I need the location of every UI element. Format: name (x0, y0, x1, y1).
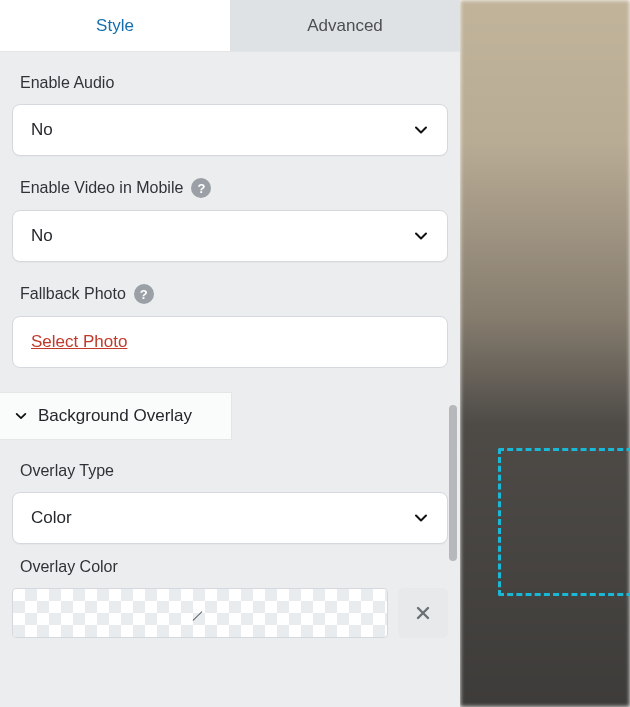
eyedropper-icon (189, 602, 211, 624)
close-icon (414, 604, 432, 622)
help-icon[interactable]: ? (191, 178, 211, 198)
selection-outline (498, 448, 630, 596)
tab-style[interactable]: Style (0, 0, 230, 51)
overlay-color-swatch[interactable] (12, 588, 388, 638)
overlay-type-value: Color (31, 508, 72, 528)
overlay-type-label: Overlay Type (20, 462, 114, 480)
chevron-down-icon (413, 122, 429, 138)
fallback-photo-field: Select Photo (12, 316, 448, 368)
scrollbar-thumb[interactable] (449, 405, 457, 561)
fallback-photo-label: Fallback Photo (20, 285, 126, 303)
chevron-down-icon (413, 228, 429, 244)
panel-tabs: Style Advanced (0, 0, 460, 52)
canvas-preview (460, 0, 630, 707)
clear-color-button[interactable] (398, 588, 448, 638)
settings-panel: Style Advanced Enable Audio No Enable Vi… (0, 0, 460, 707)
select-photo-link[interactable]: Select Photo (31, 332, 127, 352)
section-background-overlay[interactable]: Background Overlay (0, 392, 232, 440)
section-title: Background Overlay (38, 406, 192, 426)
enable-audio-select[interactable]: No (12, 104, 448, 156)
enable-video-mobile-label: Enable Video in Mobile (20, 179, 183, 197)
enable-video-mobile-value: No (31, 226, 53, 246)
enable-audio-label: Enable Audio (20, 74, 114, 92)
overlay-type-select[interactable]: Color (12, 492, 448, 544)
overlay-color-label: Overlay Color (20, 558, 118, 576)
help-icon[interactable]: ? (134, 284, 154, 304)
chevron-down-icon (14, 409, 28, 423)
enable-video-mobile-select[interactable]: No (12, 210, 448, 262)
chevron-down-icon (413, 510, 429, 526)
tab-advanced[interactable]: Advanced (230, 0, 460, 51)
enable-audio-value: No (31, 120, 53, 140)
